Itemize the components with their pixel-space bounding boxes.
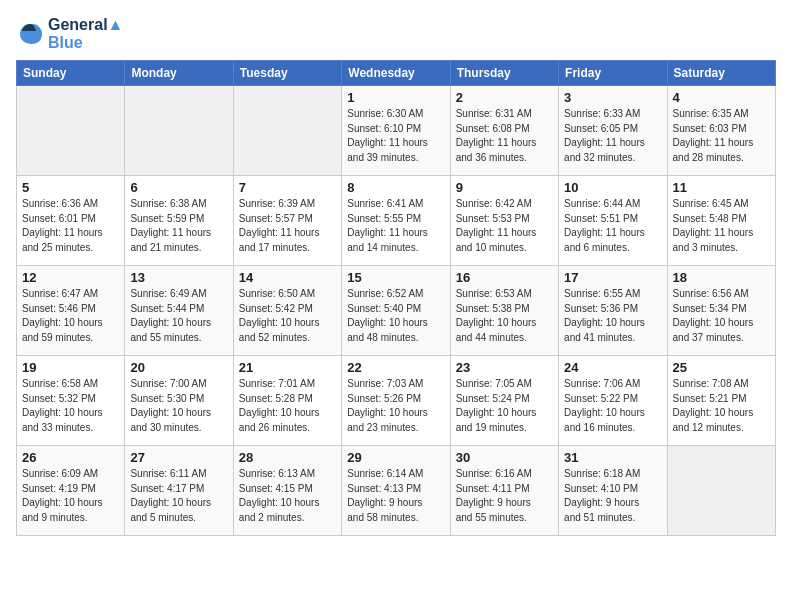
calendar-cell: 19Sunrise: 6:58 AM Sunset: 5:32 PM Dayli… bbox=[17, 356, 125, 446]
day-info: Sunrise: 7:08 AM Sunset: 5:21 PM Dayligh… bbox=[673, 377, 770, 435]
day-info: Sunrise: 6:44 AM Sunset: 5:51 PM Dayligh… bbox=[564, 197, 661, 255]
day-number: 21 bbox=[239, 360, 336, 375]
calendar-week-row: 19Sunrise: 6:58 AM Sunset: 5:32 PM Dayli… bbox=[17, 356, 776, 446]
day-number: 30 bbox=[456, 450, 553, 465]
calendar-header-row: SundayMondayTuesdayWednesdayThursdayFrid… bbox=[17, 61, 776, 86]
logo: General▲ Blue bbox=[16, 16, 123, 52]
calendar-cell: 15Sunrise: 6:52 AM Sunset: 5:40 PM Dayli… bbox=[342, 266, 450, 356]
page-header: General▲ Blue bbox=[16, 16, 776, 52]
calendar-cell: 3Sunrise: 6:33 AM Sunset: 6:05 PM Daylig… bbox=[559, 86, 667, 176]
calendar-week-row: 12Sunrise: 6:47 AM Sunset: 5:46 PM Dayli… bbox=[17, 266, 776, 356]
day-number: 29 bbox=[347, 450, 444, 465]
day-info: Sunrise: 6:13 AM Sunset: 4:15 PM Dayligh… bbox=[239, 467, 336, 525]
day-info: Sunrise: 7:06 AM Sunset: 5:22 PM Dayligh… bbox=[564, 377, 661, 435]
calendar-cell: 31Sunrise: 6:18 AM Sunset: 4:10 PM Dayli… bbox=[559, 446, 667, 536]
calendar-cell: 24Sunrise: 7:06 AM Sunset: 5:22 PM Dayli… bbox=[559, 356, 667, 446]
day-info: Sunrise: 7:05 AM Sunset: 5:24 PM Dayligh… bbox=[456, 377, 553, 435]
calendar-cell: 17Sunrise: 6:55 AM Sunset: 5:36 PM Dayli… bbox=[559, 266, 667, 356]
calendar-cell: 25Sunrise: 7:08 AM Sunset: 5:21 PM Dayli… bbox=[667, 356, 775, 446]
day-number: 2 bbox=[456, 90, 553, 105]
day-info: Sunrise: 6:55 AM Sunset: 5:36 PM Dayligh… bbox=[564, 287, 661, 345]
day-number: 27 bbox=[130, 450, 227, 465]
day-number: 7 bbox=[239, 180, 336, 195]
calendar-cell: 7Sunrise: 6:39 AM Sunset: 5:57 PM Daylig… bbox=[233, 176, 341, 266]
day-info: Sunrise: 6:30 AM Sunset: 6:10 PM Dayligh… bbox=[347, 107, 444, 165]
day-info: Sunrise: 6:18 AM Sunset: 4:10 PM Dayligh… bbox=[564, 467, 661, 525]
calendar-table: SundayMondayTuesdayWednesdayThursdayFrid… bbox=[16, 60, 776, 536]
day-number: 6 bbox=[130, 180, 227, 195]
day-info: Sunrise: 6:56 AM Sunset: 5:34 PM Dayligh… bbox=[673, 287, 770, 345]
day-number: 22 bbox=[347, 360, 444, 375]
logo-text: General▲ Blue bbox=[48, 16, 123, 52]
day-info: Sunrise: 6:35 AM Sunset: 6:03 PM Dayligh… bbox=[673, 107, 770, 165]
calendar-cell: 4Sunrise: 6:35 AM Sunset: 6:03 PM Daylig… bbox=[667, 86, 775, 176]
day-info: Sunrise: 6:39 AM Sunset: 5:57 PM Dayligh… bbox=[239, 197, 336, 255]
day-number: 3 bbox=[564, 90, 661, 105]
day-number: 10 bbox=[564, 180, 661, 195]
day-number: 17 bbox=[564, 270, 661, 285]
day-number: 4 bbox=[673, 90, 770, 105]
day-info: Sunrise: 6:50 AM Sunset: 5:42 PM Dayligh… bbox=[239, 287, 336, 345]
calendar-cell: 6Sunrise: 6:38 AM Sunset: 5:59 PM Daylig… bbox=[125, 176, 233, 266]
calendar-week-row: 26Sunrise: 6:09 AM Sunset: 4:19 PM Dayli… bbox=[17, 446, 776, 536]
day-number: 1 bbox=[347, 90, 444, 105]
calendar-cell bbox=[125, 86, 233, 176]
day-info: Sunrise: 6:41 AM Sunset: 5:55 PM Dayligh… bbox=[347, 197, 444, 255]
day-number: 28 bbox=[239, 450, 336, 465]
day-number: 25 bbox=[673, 360, 770, 375]
calendar-cell: 2Sunrise: 6:31 AM Sunset: 6:08 PM Daylig… bbox=[450, 86, 558, 176]
day-number: 31 bbox=[564, 450, 661, 465]
column-header-saturday: Saturday bbox=[667, 61, 775, 86]
calendar-cell: 27Sunrise: 6:11 AM Sunset: 4:17 PM Dayli… bbox=[125, 446, 233, 536]
day-number: 14 bbox=[239, 270, 336, 285]
calendar-cell: 1Sunrise: 6:30 AM Sunset: 6:10 PM Daylig… bbox=[342, 86, 450, 176]
day-info: Sunrise: 6:58 AM Sunset: 5:32 PM Dayligh… bbox=[22, 377, 119, 435]
day-info: Sunrise: 6:49 AM Sunset: 5:44 PM Dayligh… bbox=[130, 287, 227, 345]
day-number: 24 bbox=[564, 360, 661, 375]
calendar-cell: 29Sunrise: 6:14 AM Sunset: 4:13 PM Dayli… bbox=[342, 446, 450, 536]
day-info: Sunrise: 6:11 AM Sunset: 4:17 PM Dayligh… bbox=[130, 467, 227, 525]
column-header-sunday: Sunday bbox=[17, 61, 125, 86]
column-header-friday: Friday bbox=[559, 61, 667, 86]
calendar-cell: 13Sunrise: 6:49 AM Sunset: 5:44 PM Dayli… bbox=[125, 266, 233, 356]
day-number: 26 bbox=[22, 450, 119, 465]
column-header-thursday: Thursday bbox=[450, 61, 558, 86]
day-info: Sunrise: 6:38 AM Sunset: 5:59 PM Dayligh… bbox=[130, 197, 227, 255]
day-number: 16 bbox=[456, 270, 553, 285]
calendar-cell: 22Sunrise: 7:03 AM Sunset: 5:26 PM Dayli… bbox=[342, 356, 450, 446]
calendar-cell: 21Sunrise: 7:01 AM Sunset: 5:28 PM Dayli… bbox=[233, 356, 341, 446]
calendar-week-row: 1Sunrise: 6:30 AM Sunset: 6:10 PM Daylig… bbox=[17, 86, 776, 176]
day-info: Sunrise: 6:36 AM Sunset: 6:01 PM Dayligh… bbox=[22, 197, 119, 255]
calendar-cell: 30Sunrise: 6:16 AM Sunset: 4:11 PM Dayli… bbox=[450, 446, 558, 536]
calendar-cell: 8Sunrise: 6:41 AM Sunset: 5:55 PM Daylig… bbox=[342, 176, 450, 266]
calendar-cell bbox=[17, 86, 125, 176]
day-info: Sunrise: 7:03 AM Sunset: 5:26 PM Dayligh… bbox=[347, 377, 444, 435]
day-number: 9 bbox=[456, 180, 553, 195]
day-number: 20 bbox=[130, 360, 227, 375]
day-info: Sunrise: 6:47 AM Sunset: 5:46 PM Dayligh… bbox=[22, 287, 119, 345]
calendar-cell: 16Sunrise: 6:53 AM Sunset: 5:38 PM Dayli… bbox=[450, 266, 558, 356]
day-number: 13 bbox=[130, 270, 227, 285]
day-info: Sunrise: 6:14 AM Sunset: 4:13 PM Dayligh… bbox=[347, 467, 444, 525]
day-info: Sunrise: 7:01 AM Sunset: 5:28 PM Dayligh… bbox=[239, 377, 336, 435]
calendar-cell: 23Sunrise: 7:05 AM Sunset: 5:24 PM Dayli… bbox=[450, 356, 558, 446]
day-number: 19 bbox=[22, 360, 119, 375]
day-info: Sunrise: 6:33 AM Sunset: 6:05 PM Dayligh… bbox=[564, 107, 661, 165]
column-header-wednesday: Wednesday bbox=[342, 61, 450, 86]
calendar-cell: 12Sunrise: 6:47 AM Sunset: 5:46 PM Dayli… bbox=[17, 266, 125, 356]
day-info: Sunrise: 6:53 AM Sunset: 5:38 PM Dayligh… bbox=[456, 287, 553, 345]
day-info: Sunrise: 6:16 AM Sunset: 4:11 PM Dayligh… bbox=[456, 467, 553, 525]
day-info: Sunrise: 6:45 AM Sunset: 5:48 PM Dayligh… bbox=[673, 197, 770, 255]
day-info: Sunrise: 6:31 AM Sunset: 6:08 PM Dayligh… bbox=[456, 107, 553, 165]
day-number: 8 bbox=[347, 180, 444, 195]
day-number: 15 bbox=[347, 270, 444, 285]
calendar-cell: 10Sunrise: 6:44 AM Sunset: 5:51 PM Dayli… bbox=[559, 176, 667, 266]
calendar-cell: 18Sunrise: 6:56 AM Sunset: 5:34 PM Dayli… bbox=[667, 266, 775, 356]
column-header-monday: Monday bbox=[125, 61, 233, 86]
day-number: 5 bbox=[22, 180, 119, 195]
logo-icon bbox=[16, 20, 44, 48]
calendar-cell: 28Sunrise: 6:13 AM Sunset: 4:15 PM Dayli… bbox=[233, 446, 341, 536]
calendar-cell: 20Sunrise: 7:00 AM Sunset: 5:30 PM Dayli… bbox=[125, 356, 233, 446]
day-number: 11 bbox=[673, 180, 770, 195]
calendar-cell: 26Sunrise: 6:09 AM Sunset: 4:19 PM Dayli… bbox=[17, 446, 125, 536]
